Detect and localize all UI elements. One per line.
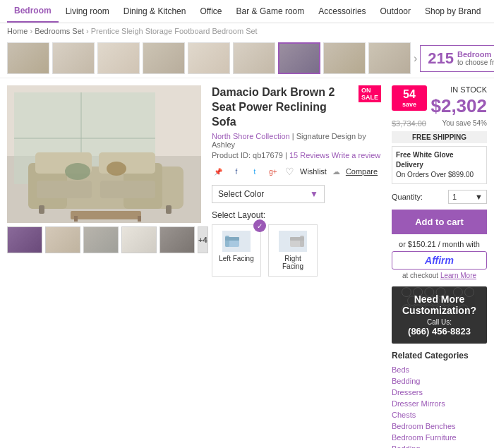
reviews-link[interactable]: 15 Reviews xyxy=(289,151,330,159)
small-thumb-4[interactable] xyxy=(121,226,157,253)
nav-living-room[interactable]: Living room xyxy=(59,1,116,22)
add-to-cart-button[interactable]: Add to cart xyxy=(392,210,487,234)
main-nav[interactable]: Bedroom Living room Dining & Kitchen Off… xyxy=(0,0,494,23)
set-label: Bedroom Sets to choose from xyxy=(457,50,494,66)
nav-office[interactable]: Office xyxy=(193,1,229,22)
svg-rect-21 xyxy=(225,237,239,241)
quantity-dropdown[interactable]: 1 ▼ xyxy=(448,190,487,204)
you-save: You save 54% xyxy=(442,119,487,128)
learn-more-link[interactable]: Learn More xyxy=(440,272,476,279)
product-info: Damacio Dark Brown 2 Seat Power Reclinin… xyxy=(208,85,385,448)
related-cat-mirrors[interactable]: Dresser Mirrors xyxy=(392,398,487,409)
layout-left-option[interactable]: ✓ Left Facing xyxy=(212,224,261,277)
related-cat-chests[interactable]: Chests xyxy=(392,409,487,420)
small-thumb-3[interactable] xyxy=(83,226,119,253)
related-cat-beds[interactable]: Beds xyxy=(392,364,487,375)
thumb-3[interactable] xyxy=(97,42,140,74)
small-thumb-5[interactable] xyxy=(159,226,195,253)
nav-accessories[interactable]: Accessoiries xyxy=(311,1,373,22)
set-number: 215 xyxy=(428,49,454,68)
svg-rect-10 xyxy=(37,181,92,198)
related-cat-bedding2[interactable]: Bedding xyxy=(392,443,487,448)
color-dropdown[interactable]: Select Color ▼ xyxy=(212,185,325,203)
breadcrumb-current: Prentice Sleigh Storage Footboard Bedroo… xyxy=(91,27,258,35)
collection-link[interactable]: North Shore Collection xyxy=(212,132,290,140)
related-cat-bedding[interactable]: Bedding xyxy=(392,375,487,387)
nav-shop-brand[interactable]: Shop by Brand xyxy=(418,1,488,22)
free-shipping-badge: FREE SHIPPING xyxy=(392,131,487,143)
heart-icon[interactable]: ♡ xyxy=(285,166,294,177)
on-sale-badge: ON SALE xyxy=(359,85,381,102)
nav-dining[interactable]: Dining & Kitchen xyxy=(116,1,193,22)
thumbnail-row: › 215 Bedroom Sets to choose from › xyxy=(0,39,494,78)
google-plus-icon[interactable]: g+ xyxy=(267,165,279,178)
svg-rect-15 xyxy=(166,205,171,214)
breadcrumb-bedrooms[interactable]: Bedrooms Set xyxy=(35,27,84,35)
svg-rect-14 xyxy=(39,205,44,214)
thumb-1[interactable] xyxy=(7,42,49,74)
nav-bedroom[interactable]: Bedroom xyxy=(7,0,59,23)
nav-outdoor[interactable]: Outdoor xyxy=(373,1,418,22)
quantity-arrow-icon: ▼ xyxy=(475,193,483,201)
save-label: save xyxy=(396,101,423,108)
twitter-icon[interactable]: t xyxy=(248,165,261,178)
thumb-9[interactable] xyxy=(368,42,411,74)
wishlist-button[interactable]: Wishlist xyxy=(300,167,327,176)
compare-button[interactable]: Compare xyxy=(346,167,378,176)
svg-rect-16 xyxy=(71,211,141,219)
monthly-price-text: or $150.21 / month with xyxy=(399,240,480,248)
thumb-next[interactable]: › xyxy=(414,42,417,74)
related-categories: Related Categories Beds Bedding Dressers… xyxy=(392,351,487,448)
layout-right-option[interactable]: Right Facing xyxy=(268,224,318,277)
facebook-icon[interactable]: f xyxy=(230,165,243,178)
compare-icon: ☁ xyxy=(332,167,340,176)
breadcrumb-home[interactable]: Home xyxy=(7,27,28,35)
white-glove-title: Free White Glove Delivery xyxy=(396,151,454,169)
layout-options: ✓ Left Facing xyxy=(212,224,381,277)
customization-box[interactable]: Need More Customization? Call Us: (866) … xyxy=(392,286,487,344)
social-icons-row: 📌 f t g+ ♡ Wishlist ☁ Compare xyxy=(212,165,381,178)
main-content: +4 Damacio Dark Brown 2 Seat Power Recli… xyxy=(0,78,494,448)
original-price: $3,734.00 xyxy=(392,119,426,128)
price-panel: 54 save IN STOCK $2,302 $3,734.00 You sa… xyxy=(392,85,487,448)
set-count[interactable]: 215 Bedroom Sets to choose from › xyxy=(420,45,494,72)
small-thumbnails: +4 xyxy=(7,226,201,253)
quantity-value: 1 xyxy=(452,193,457,201)
related-cat-furniture[interactable]: Bedroom Furniture xyxy=(392,432,487,443)
customization-phone: (866) 456-8823 xyxy=(399,326,480,337)
svg-rect-17 xyxy=(74,216,78,222)
layout-left-label: Left Facing xyxy=(218,255,255,262)
in-stock-status: IN STOCK xyxy=(430,85,487,94)
customization-title: Need More Customization? xyxy=(399,293,480,316)
color-select-label: Select Color xyxy=(218,189,264,199)
thumb-6[interactable] xyxy=(233,42,275,74)
nav-bar[interactable]: Bar & Game room xyxy=(229,1,312,22)
affirm-box[interactable]: Affirm xyxy=(392,251,487,270)
write-review-link[interactable]: Write a review xyxy=(332,151,380,159)
white-glove-delivery: Free White Glove Delivery On Orders Over… xyxy=(392,146,487,184)
main-product-image[interactable] xyxy=(7,85,201,223)
related-cat-dressers[interactable]: Dressers xyxy=(392,387,487,398)
thumb-4[interactable] xyxy=(143,42,185,74)
small-thumb-2[interactable] xyxy=(45,226,80,253)
nav-specials[interactable]: Specials xyxy=(488,1,494,22)
thumb-8[interactable] xyxy=(323,42,366,74)
breadcrumb: Home › Bedrooms Set › Prentice Sleigh St… xyxy=(0,23,494,39)
collection-line: North Shore Collection | Signature Desig… xyxy=(212,132,381,149)
thumb-5[interactable] xyxy=(188,42,230,74)
layout-label: Select Layout: xyxy=(212,210,381,220)
svg-point-12 xyxy=(65,163,90,180)
related-cat-benches[interactable]: Bedroom Benches xyxy=(392,420,487,432)
pinterest-icon[interactable]: 📌 xyxy=(212,165,224,178)
svg-rect-11 xyxy=(100,181,155,198)
save-badge: 54 save xyxy=(392,85,427,111)
product-image-section: +4 xyxy=(7,85,201,448)
thumb-2[interactable] xyxy=(52,42,95,74)
selected-check-icon: ✓ xyxy=(253,219,266,232)
dropdown-arrow-icon: ▼ xyxy=(310,189,318,199)
layout-right-icon xyxy=(279,231,307,252)
thumb-7[interactable] xyxy=(278,42,320,74)
small-thumb-1[interactable] xyxy=(7,226,42,253)
color-select-section: Select Color ▼ xyxy=(212,185,381,203)
more-thumbnails[interactable]: +4 xyxy=(198,226,208,253)
